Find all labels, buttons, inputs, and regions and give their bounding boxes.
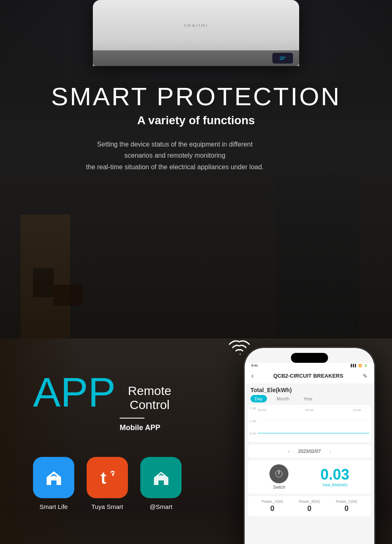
ac-brand-label: smartmi [184, 23, 208, 28]
power-b-value: 0 [307, 504, 312, 513]
app-subtitle-control: Control [128, 398, 171, 412]
at-smart-label: @Smart [149, 503, 172, 510]
power-row: Power_A(W) 0 Power_B(W) 0 Power_C(W) 0 [248, 496, 371, 516]
date-prev-button[interactable]: ‹ [288, 448, 290, 454]
svg-point-1 [112, 474, 114, 476]
smart-life-label: Smart Life [40, 503, 68, 510]
phone-frame: 9:41 ▌▌▌ 📶 🔋 ‹ QCB2-CIRCUIT BREAKERS ✎ T… [243, 347, 375, 544]
y-label-0: 0.00 [250, 432, 256, 435]
total-ele-value: 0.03 Total_Ele(kWh) [320, 467, 349, 487]
smart-life-icon-box [33, 457, 74, 498]
app-section: APP Remote Control Mobile APP [0, 338, 392, 544]
phone-screen: 9:41 ▌▌▌ 📶 🔋 ‹ QCB2-CIRCUIT BREAKERS ✎ T… [245, 348, 374, 544]
hero-text: SMART PROTECTION A variety of functions … [26, 66, 366, 173]
dynamic-island [291, 353, 328, 363]
switch-label: Switch [273, 485, 285, 490]
y-label-1: 1.00 [250, 419, 256, 423]
app-subtitle-remote: Remote [128, 384, 171, 398]
app-icons-row: Smart Life t Tuya Smart [33, 457, 198, 510]
y-label-2: 2.00 [250, 407, 256, 410]
left-panel: APP Remote Control Mobile APP [0, 338, 198, 535]
tuya-smart-label: Tuya Smart [92, 503, 123, 510]
ac-unit: smartmi 26° [93, 0, 299, 66]
ac-bottom-bar: 26° [93, 50, 299, 66]
total-value-display: 0.03 [320, 467, 349, 482]
ac-unit-wrapper: smartmi 26° [85, 0, 307, 66]
screen-body: Total_Ele(kWh) Day Month Year 2.00 1.00 … [245, 383, 374, 544]
screen-header: ‹ QCB2-CIRCUIT BREAKERS ✎ [245, 368, 374, 383]
switch-button[interactable]: Switch [269, 464, 288, 490]
tab-year[interactable]: Year [299, 395, 316, 402]
power-a-value: 0 [270, 504, 274, 513]
power-b-item: Power_B(W) 0 [299, 499, 320, 513]
control-row: Switch 0.03 Total_Ele(kWh) [248, 460, 371, 494]
power-c-label: Power_C(W) [336, 499, 357, 504]
total-value-label: Total_Ele(kWh) [322, 483, 347, 487]
description: Setting the device status of the equipme… [51, 139, 299, 173]
app-divider [120, 418, 144, 419]
tuya-icon-box: t [87, 457, 128, 498]
tab-month[interactable]: Month [273, 395, 294, 402]
power-a-label: Power_A(W) [262, 499, 283, 504]
power-a-item: Power_A(W) 0 [262, 499, 283, 513]
date-navigation: ‹ 2023/02/07 › [248, 445, 371, 458]
power-b-label: Power_B(W) [299, 499, 320, 504]
date-display: 2023/02/07 [298, 449, 321, 454]
chart-y-labels: 2.00 1.00 0.00 [250, 407, 256, 435]
svg-text:t: t [101, 469, 106, 487]
hero-section: smartmi 26° SMART PROTECTION A variety o… [0, 0, 392, 338]
app-title: APP [33, 371, 116, 413]
back-button[interactable]: ‹ [251, 371, 254, 380]
chart-area: 2.00 1.00 0.00 0 [248, 405, 371, 442]
power-c-item: Power_C(W) 0 [336, 499, 357, 513]
main-title: SMART PROTECTION [51, 83, 341, 111]
time-tabs: Day Month Year [245, 395, 374, 405]
sub-title: A variety of functions [51, 114, 341, 127]
edit-button[interactable]: ✎ [363, 373, 368, 379]
total-ele-label: Total_Ele(kWh) [245, 383, 374, 395]
ac-display: 26° [272, 53, 293, 64]
power-c-value: 0 [345, 504, 349, 513]
phone-mockup: 9:41 ▌▌▌ 📶 🔋 ‹ QCB2-CIRCUIT BREAKERS ✎ T… [243, 347, 375, 544]
at-smart-icon-box [140, 457, 182, 498]
tuya-smart-app: t Tuya Smart [87, 457, 128, 510]
wifi-icon [227, 338, 252, 358]
mobile-app-label: Mobile APP [120, 423, 171, 432]
date-next-button[interactable]: › [329, 448, 331, 454]
tab-day[interactable]: Day [250, 395, 267, 402]
switch-circle [269, 464, 288, 483]
circuit-breaker-title: QCB2-CIRCUIT BREAKERS [273, 373, 343, 379]
at-smart-app: @Smart [140, 457, 182, 510]
smart-life-app: Smart Life [33, 457, 74, 510]
